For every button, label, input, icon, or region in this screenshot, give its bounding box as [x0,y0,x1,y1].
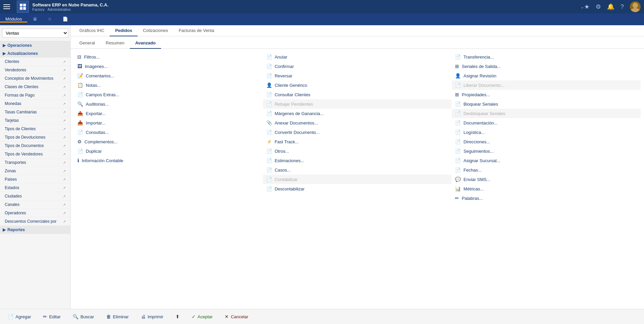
group-operaciones[interactable]: ▶ Operaciones [0,41,70,49]
sidebar-item-conceptos[interactable]: Conceptos de Movimientos ↗ [0,74,70,83]
menu-auditorias[interactable]: 🔍 Auditorias... [74,99,263,109]
menu-cliente-generico[interactable]: 👤 Cliente Genérico [263,80,452,90]
sidebar-item-tipos-doc[interactable]: Tipos de Documentos ↗ [0,142,70,150]
subtab-avanzado[interactable]: Avanzado [130,38,161,49]
menu-filtros[interactable]: ⊟ Filtros... [74,52,263,62]
admin-label: Administrativo [47,7,71,11]
avatar[interactable] [630,1,641,12]
menu-asignar-revision[interactable]: 👤 Asignar Revisión [452,71,641,80]
expand-icon[interactable]: ⌄ [580,4,584,9]
sidebar-item-tasas[interactable]: Tasas Cambiarias ↗ [0,108,70,116]
menu-direcciones[interactable]: 📄 Direcciones... [452,137,641,146]
block-icon: 📄 [455,101,461,107]
menu-seriales-salida[interactable]: ⊞ Seriales de Salida... [452,62,641,71]
subtab-resumen[interactable]: Resumen [100,38,130,49]
btn-buscar[interactable]: 🔍 Buscar [70,313,97,321]
btn-aceptar[interactable]: ✓ Aceptar [189,313,216,321]
menu-asignar-sucursal[interactable]: 📄 Asignar Sucursal... [452,156,641,165]
tab-star[interactable]: ☆ [42,16,57,23]
sidebar-item-transportes[interactable]: Transportes ↗ [0,158,70,167]
sidebar-item-descuentos[interactable]: Descuentos Comerciales por ↗ [0,217,70,226]
sidebar-item-tarjetas[interactable]: Tarjetas ↗ [0,116,70,125]
menu-comentarios[interactable]: 📝 Comentarios... [74,71,263,80]
menu-anular[interactable]: 📄 Anular [263,52,452,62]
btn-eliminar[interactable]: 🗑 Eliminar [104,313,131,321]
sidebar-item-vendedores[interactable]: Vendedores ↗ [0,66,70,74]
subtab-general[interactable]: General [74,38,100,49]
btn-arrows[interactable]: ⬆ [173,313,182,321]
tab-cotizaciones[interactable]: Cotizaciones [138,25,173,36]
sidebar-item-clases-clientes[interactable]: Clases de Clientes ↗ [0,83,70,91]
menu-descontabilizar[interactable]: 📄 Descontabilizar [263,184,452,193]
tab-graficos[interactable]: Gráficos IHC [74,25,110,36]
trash-icon: 🗑 [106,314,111,319]
menu-metricas[interactable]: 📊 Métricas... [452,184,641,193]
menu-logistica[interactable]: 📄 Logística... [452,128,641,137]
menu-campos-extras[interactable]: 📄 Campos Extras... [74,90,263,99]
tab-facturas[interactable]: Facturas de Venta [173,25,220,36]
sidebar-item-paises[interactable]: Paises ↗ [0,175,70,184]
pending-icon: 📄 [266,101,272,107]
sidebar-item-monedas[interactable]: Monedas ↗ [0,100,70,108]
menu-palabras[interactable]: ✏ Palabras... [452,193,641,203]
menu-anexar-docs[interactable]: 📎 Anexar Documentos... [263,118,452,128]
menu-info-contable[interactable]: ℹ Información Contable [74,156,263,165]
tab-screen[interactable]: 🖥 [27,16,42,23]
menu-documentacion[interactable]: 📄 Documentación... [452,118,641,128]
menu-confirmar[interactable]: 📄 Confirmar [263,62,452,71]
menu-imagenes[interactable]: 🖼 Imágenes... [74,62,263,71]
menu-bloquear-seriales[interactable]: 📄 Bloquear Seriales [452,99,641,109]
hamburger-menu[interactable] [3,2,13,12]
btn-cancelar[interactable]: ✕ Cancelar [222,313,251,321]
menu-complementos[interactable]: ⚙ Complementos... [74,137,263,146]
tab-doc[interactable]: 📄 [57,16,73,23]
menu-fast-track[interactable]: ⚡ Fast Track... [263,137,452,146]
menu-otros[interactable]: 📄 Otros... [263,146,452,156]
module-select[interactable]: Ventas Compras Inventario Contabilidad [2,29,68,38]
star-icon[interactable]: ★ [584,3,590,10]
btn-imprimir[interactable]: 🖨 Imprimir [138,313,166,321]
menu-estimaciones[interactable]: 📄 Estimaciones... [263,156,452,165]
menu-transferencia[interactable]: 📄 Transferencia... [452,52,641,62]
menu-casos[interactable]: 📄 Casos... [263,165,452,175]
ext-icon-canales: ↗ [63,203,66,207]
tab-modulos[interactable]: Módulos [0,16,27,23]
sidebar-item-formas-pago[interactable]: Formas de Pago ↗ [0,91,70,100]
menu-duplicar[interactable]: 📄 Duplicar [74,146,263,156]
menu-propiedades[interactable]: ⊞ Propiedades... [452,90,641,99]
menu-consultas[interactable]: 📄 Consultas... [74,128,263,137]
menu-enviar-sms[interactable]: 💬 Enviar SMS... [452,175,641,184]
import-icon: 📥 [77,120,83,125]
sidebar-item-tipos-clientes[interactable]: Tipos de Clientes ↗ [0,125,70,133]
factory-label: Factory [32,7,45,11]
sidebar-item-operadores[interactable]: Operadores ↗ [0,209,70,217]
sidebar-item-canales[interactable]: Canales ↗ [0,201,70,209]
sidebar-item-tipos-dev[interactable]: Tipos de Devoluciones ↗ [0,133,70,142]
sidebar-item-zonas[interactable]: Zonas ↗ [0,167,70,175]
sidebar-item-estados[interactable]: Estados ↗ [0,184,70,192]
gear-icon[interactable]: ⚙ [596,3,601,10]
menu-importar[interactable]: 📥 Importar... [74,118,263,128]
menu-convertir-doc[interactable]: 📄 Convertir Documento... [263,128,452,137]
menu-notas[interactable]: 📋 Notas... [74,80,263,90]
menu-reversar[interactable]: 📄 Reversar [263,71,452,80]
btn-agregar[interactable]: 📄 Agregar [5,313,34,321]
btn-editar[interactable]: ✏ Editar [40,313,63,321]
menu-margenes[interactable]: 📄 Márgenes de Ganancia... [263,109,452,118]
menu-seguimientos[interactable]: 📄 Seguimientos... [452,146,641,156]
group-reportes[interactable]: ▶ Reportes [0,226,70,234]
help-icon[interactable]: ? [620,3,624,10]
sidebar-item-tipos-vend[interactable]: Tipos de Vendedores ↗ [0,150,70,158]
sidebar-item-clientes[interactable]: Clientes ↗ [0,58,70,66]
serial-icon: ⊞ [455,64,459,69]
svg-rect-0 [20,4,23,6]
dates-icon: 📄 [455,167,461,173]
sidebar-item-ciudades[interactable]: Ciudades ↗ [0,192,70,201]
menu-fechas[interactable]: 📄 Fechas... [452,165,641,175]
menu-consultar-clientes[interactable]: 📄 Consultar Clientes [263,90,452,99]
svg-point-4 [633,3,638,8]
tab-pedidos[interactable]: Pedidos [110,25,138,36]
menu-exportar[interactable]: 📤 Exportar... [74,109,263,118]
bell-icon[interactable]: 🔔 [607,3,614,10]
group-actualizaciones[interactable]: ▶ Actualizaciones [0,49,70,58]
